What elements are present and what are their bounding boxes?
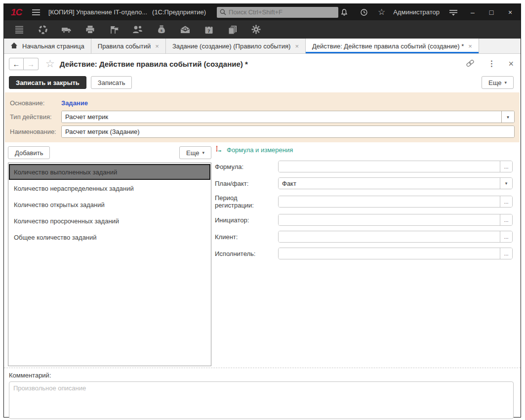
- svg-text:s: s: [160, 28, 162, 33]
- get-link-icon[interactable]: [466, 59, 475, 69]
- notifications-bell-icon[interactable]: [338, 6, 350, 18]
- client-input[interactable]: [279, 231, 500, 242]
- client-label: Клиент:: [215, 233, 278, 241]
- command-bar: Записать и закрыть Записать Еще ▾: [4, 74, 521, 91]
- executor-input[interactable]: [279, 248, 500, 259]
- tab-action-creation[interactable]: Действие: Действие правила событий (созд…: [306, 39, 479, 53]
- metrics-panel: Добавить Еще ▾ Количество выполненных за…: [8, 146, 211, 366]
- executor-label: Исполнитель:: [215, 250, 278, 257]
- metrics-more-button[interactable]: Еще ▾: [179, 146, 211, 159]
- history-clock-icon[interactable]: [358, 6, 370, 18]
- formula-choose-button[interactable]: ...: [500, 161, 512, 172]
- form-header: ← → ☆ Действие: Действие правила событий…: [4, 54, 521, 74]
- close-window-button[interactable]: ×: [505, 8, 516, 16]
- name-input[interactable]: [62, 126, 514, 137]
- global-search[interactable]: [217, 7, 338, 18]
- 1c-logo: 1С: [11, 7, 22, 18]
- tab-label: Задание (создание) (Правило события): [172, 42, 290, 50]
- name-field: [61, 126, 515, 138]
- executor-field: ...: [278, 248, 513, 259]
- search-icon: [220, 9, 226, 15]
- app-kind: (1С:Предприятие): [152, 8, 206, 16]
- list-item[interactable]: Количество просроченных заданий: [9, 213, 210, 229]
- formula-group-header[interactable]: Формула и измерения: [215, 145, 513, 154]
- back-button[interactable]: ←: [9, 58, 24, 70]
- registration-period-input[interactable]: [279, 196, 500, 207]
- documents-stack-icon[interactable]: [227, 24, 238, 35]
- close-form-icon[interactable]: ×: [508, 59, 514, 68]
- save-button[interactable]: Записать: [91, 76, 132, 89]
- tab-label: Действие: Действие правила событий (созд…: [312, 42, 464, 50]
- action-type-field: ▾: [61, 111, 515, 123]
- more-dots-icon[interactable]: ⋮: [487, 60, 495, 68]
- plan-fact-input[interactable]: [279, 178, 500, 189]
- printer-icon[interactable]: [85, 24, 95, 35]
- group-title: Формула и измерения: [227, 146, 293, 154]
- tab-close-icon[interactable]: ×: [295, 42, 299, 50]
- executor-choose-button[interactable]: ...: [500, 248, 512, 259]
- list-item[interactable]: Количество открытых заданий: [9, 197, 210, 212]
- current-user[interactable]: Администратор: [393, 8, 440, 16]
- list-item[interactable]: Количество выполненных заданий: [9, 164, 210, 180]
- plan-fact-field: ▾: [278, 177, 513, 189]
- plan-fact-dropdown-icon[interactable]: ▾: [500, 178, 512, 189]
- formula-input[interactable]: [279, 161, 500, 172]
- tab-home[interactable]: Начальная страница: [4, 39, 91, 53]
- plan-fact-label: План/факт:: [215, 180, 278, 187]
- more-button[interactable]: Еще ▾: [482, 76, 514, 89]
- client-choose-button[interactable]: ...: [500, 231, 512, 242]
- flags-icon[interactable]: [109, 24, 119, 35]
- tab-event-rules[interactable]: Правила событий ×: [91, 39, 166, 53]
- client-field: ...: [278, 231, 513, 243]
- chevron-down-icon: ▾: [504, 80, 507, 85]
- registration-period-choose-button[interactable]: ...: [500, 196, 512, 207]
- search-input[interactable]: [229, 8, 335, 16]
- app-window: 1С [КОПИЯ] Управление IT-отдело... (1С:П…: [3, 3, 521, 418]
- svg-text:7: 7: [207, 28, 210, 33]
- truck-icon[interactable]: [61, 24, 72, 35]
- money-bag-icon[interactable]: s: [156, 24, 166, 35]
- main-menu-icon[interactable]: [31, 6, 41, 18]
- registration-period-field: ...: [278, 196, 513, 208]
- mail-icon[interactable]: [180, 24, 190, 35]
- chevron-down-icon: ▾: [202, 150, 204, 155]
- gear-icon[interactable]: [251, 24, 261, 35]
- target-monitor-icon[interactable]: [38, 24, 48, 35]
- forward-button[interactable]: →: [24, 58, 39, 70]
- comment-textarea[interactable]: [9, 381, 514, 419]
- foundation-label: Основание:: [10, 99, 61, 107]
- initiator-input[interactable]: [279, 214, 500, 225]
- save-and-close-button[interactable]: Записать и закрыть: [9, 76, 86, 89]
- page-title: Действие: Действие правила событий (созд…: [60, 60, 248, 68]
- base-panel: Основание: Задание Тип действия: ▾ Наиме…: [5, 92, 520, 142]
- minimize-button[interactable]: –: [467, 8, 478, 16]
- tab-task-creation[interactable]: Задание (создание) (Правило события) ×: [166, 39, 306, 53]
- maximize-button[interactable]: □: [486, 8, 497, 16]
- calendar-icon[interactable]: 7: [203, 24, 214, 35]
- list-item[interactable]: Количество нераспределенных заданий: [9, 180, 210, 196]
- dimensions-axes-icon: [215, 145, 222, 154]
- tab-close-icon[interactable]: ×: [155, 42, 159, 50]
- name-label: Наименование:: [10, 128, 61, 135]
- comment-label: Комментарий:: [9, 372, 514, 379]
- tab-close-icon[interactable]: ×: [468, 42, 472, 50]
- users-icon[interactable]: [132, 24, 143, 35]
- tab-label: Правила событий: [98, 42, 151, 50]
- comment-section: Комментарий:: [4, 368, 521, 420]
- service-menu-icon[interactable]: [447, 6, 459, 18]
- action-type-dropdown-icon[interactable]: ▾: [501, 111, 514, 123]
- initiator-choose-button[interactable]: ...: [500, 214, 512, 225]
- add-metric-button[interactable]: Добавить: [8, 146, 50, 159]
- foundation-link[interactable]: Задание: [61, 99, 88, 107]
- favorite-star-icon[interactable]: ☆: [45, 58, 55, 70]
- main-area: Добавить Еще ▾ Количество выполненных за…: [4, 142, 521, 368]
- tab-label: Начальная страница: [22, 42, 84, 50]
- action-type-input[interactable]: [62, 111, 501, 123]
- metrics-list: Количество выполненных заданий Количеств…: [8, 163, 211, 366]
- list-item[interactable]: Общее количество заданий: [9, 229, 210, 245]
- registration-period-label: Период регистрации:: [215, 194, 278, 209]
- action-type-label: Тип действия:: [10, 113, 61, 121]
- functions-menu-icon[interactable]: [14, 24, 24, 35]
- titlebar: 1С [КОПИЯ] Управление IT-отдело... (1С:П…: [4, 4, 521, 20]
- favorites-star-icon[interactable]: ☆: [378, 7, 385, 17]
